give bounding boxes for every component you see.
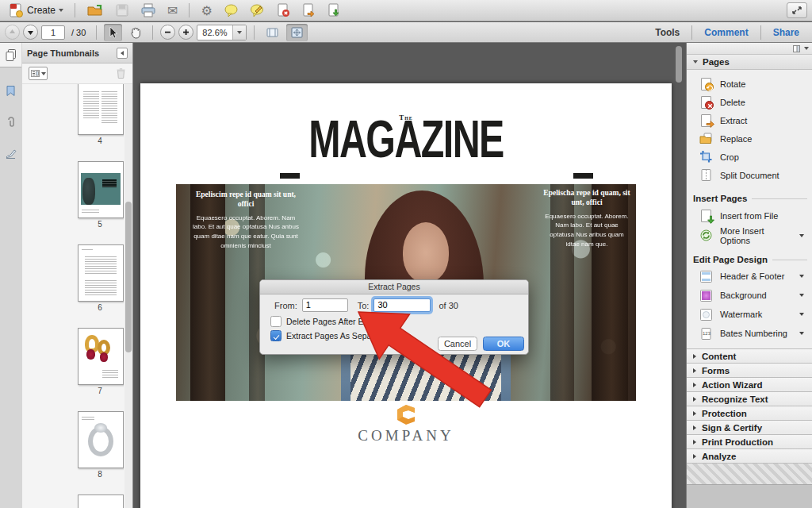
tools-panel: Pages Rotate Delete Extract Replace Crop — [686, 43, 812, 508]
annotate-button[interactable] — [246, 2, 269, 19]
section-sign-certify[interactable]: Sign & Certify — [687, 420, 812, 434]
zoom-out-button[interactable] — [160, 25, 175, 40]
share-panel-toggle[interactable]: Share — [765, 27, 807, 38]
continuous-scroll-icon — [266, 27, 279, 38]
left-panel-header: Page Thumbnails — [22, 43, 132, 64]
select-tool-button[interactable] — [104, 24, 122, 41]
tool-crop[interactable]: Crop — [687, 148, 812, 166]
toolbar-separator — [189, 3, 190, 17]
trash-icon[interactable] — [116, 67, 126, 79]
masthead-rule-left — [280, 173, 300, 179]
tool-split-document[interactable]: Split Document — [687, 166, 812, 184]
section-forms[interactable]: Forms — [687, 363, 812, 377]
tool-more-insert-options[interactable]: More Insert Options — [687, 225, 812, 245]
delete-icon — [699, 95, 713, 109]
previous-page-button[interactable] — [5, 25, 20, 40]
thumbnail-page-8[interactable] — [78, 411, 124, 468]
create-button[interactable]: Create — [5, 2, 67, 19]
extract-page-tool-button[interactable] — [297, 2, 320, 19]
open-button[interactable] — [82, 2, 108, 19]
tool-delete-label: Delete — [720, 98, 745, 107]
photo-subject-face — [403, 222, 449, 283]
collapse-panel-button[interactable] — [117, 48, 128, 59]
panel-options-icon[interactable] — [793, 45, 802, 52]
insert-pages-section-title: Insert Pages — [693, 194, 747, 203]
tools-panel-topbar — [687, 43, 812, 55]
tool-bates-numbering[interactable]: 123 Bates Numbering — [687, 324, 812, 343]
page-thumbnails-tab[interactable] — [0, 43, 21, 67]
to-page-input[interactable] — [373, 298, 431, 312]
separate-files-checkbox[interactable] — [270, 330, 282, 341]
panel-options-dropdown-icon[interactable] — [804, 47, 809, 50]
separate-files-option[interactable]: Extract Pages As Separate Files — [270, 330, 406, 341]
section-protection[interactable]: Protection — [687, 406, 812, 420]
sticky-note-button[interactable] — [220, 2, 243, 19]
thumbnail-page-9-partial[interactable] — [78, 495, 124, 508]
thumbnail-page-7[interactable] — [78, 328, 124, 385]
tools-panel-toggle[interactable]: Tools — [647, 27, 688, 38]
edit-page-design-section-header: Edit Page Design — [687, 252, 812, 267]
tool-replace[interactable]: Replace — [687, 129, 812, 148]
delete-page-tool-button[interactable] — [272, 2, 294, 19]
document-scrollbar-thumb[interactable] — [676, 46, 682, 83]
signatures-tab[interactable] — [0, 142, 21, 166]
cancel-button[interactable]: Cancel — [438, 337, 477, 351]
tool-insert-from-file[interactable]: Insert from File — [687, 206, 812, 225]
section-analyze[interactable]: Analyze — [687, 448, 812, 463]
email-button[interactable]: ✉ — [163, 2, 182, 19]
document-scrollbar[interactable] — [674, 44, 684, 508]
pages-section-header[interactable]: Pages — [687, 55, 812, 70]
tool-header-footer-label: Header & Footer — [720, 271, 784, 281]
section-recognize-text[interactable]: Recognize Text — [687, 391, 812, 406]
zoom-level-select[interactable]: 82.6% — [197, 25, 246, 40]
attachments-tab[interactable] — [0, 110, 21, 134]
expand-arrows-icon — [791, 6, 802, 15]
page-number-input[interactable]: 1 — [41, 25, 65, 40]
tool-watermark-label: Watermark — [720, 310, 762, 319]
tool-rotate[interactable]: Rotate — [687, 75, 812, 93]
thumbnail-page-4[interactable] — [78, 84, 124, 135]
dialog-titlebar[interactable]: Extract Pages — [260, 280, 528, 294]
header-footer-dropdown-icon — [799, 275, 804, 278]
section-content[interactable]: Content — [687, 348, 812, 363]
print-button[interactable] — [136, 2, 160, 19]
zoom-in-button[interactable] — [178, 25, 193, 40]
thumbnail-scrollbar-thumb[interactable] — [125, 202, 132, 352]
scrolling-mode-button[interactable] — [262, 24, 283, 41]
delete-after-extract-checkbox[interactable] — [270, 316, 282, 327]
tool-delete[interactable]: Delete — [687, 93, 812, 111]
tool-background[interactable]: Background — [687, 286, 812, 305]
delete-after-extract-option[interactable]: Delete Pages After Extracting — [270, 316, 395, 327]
ok-button[interactable]: OK — [483, 337, 524, 351]
pages-section-title: Pages — [703, 57, 730, 67]
section-print-production[interactable]: Print Production — [687, 434, 812, 448]
from-page-input[interactable] — [302, 298, 348, 312]
article-right-body: Equaesero occuptat. Aborem. Nam labo. Et… — [542, 212, 631, 248]
insert-page-tool-button[interactable] — [323, 2, 345, 19]
arrow-up-icon — [9, 29, 16, 36]
bookmarks-tab[interactable] — [0, 79, 21, 102]
highlight-comment-icon — [250, 3, 265, 17]
article-left-body: Equaesero occuptat. Aborem. Nam labo. Et… — [190, 214, 301, 250]
section-action-wizard[interactable]: Action Wizard — [687, 377, 812, 391]
document-view: The MAGAZINE Epeliscim repe id quam sit … — [133, 43, 686, 508]
zoom-level-value: 82.6% — [197, 28, 232, 37]
thumbnail-page-6[interactable] — [78, 244, 124, 302]
fullscreen-button[interactable] — [787, 2, 807, 18]
thumbnail-scrollbar[interactable] — [124, 84, 132, 508]
thumbnail-page-5[interactable] — [78, 161, 124, 218]
comment-panel-toggle[interactable]: Comment — [696, 27, 756, 38]
next-page-button[interactable] — [23, 25, 38, 40]
section-protection-label: Protection — [702, 409, 747, 418]
hand-tool-button[interactable] — [125, 24, 145, 41]
fit-page-button[interactable] — [286, 24, 308, 41]
settings-button[interactable]: ⚙ — [197, 2, 216, 19]
paperclip-icon — [6, 117, 17, 129]
tool-extract[interactable]: Extract — [687, 111, 812, 129]
thumbnail-options-button[interactable] — [29, 67, 48, 80]
section-forms-label: Forms — [702, 366, 730, 375]
save-button[interactable] — [111, 2, 133, 19]
tool-header-footer[interactable]: Header & Footer — [687, 267, 812, 286]
section-recognize-text-label: Recognize Text — [702, 394, 768, 404]
tool-watermark[interactable]: Watermark — [687, 305, 812, 324]
